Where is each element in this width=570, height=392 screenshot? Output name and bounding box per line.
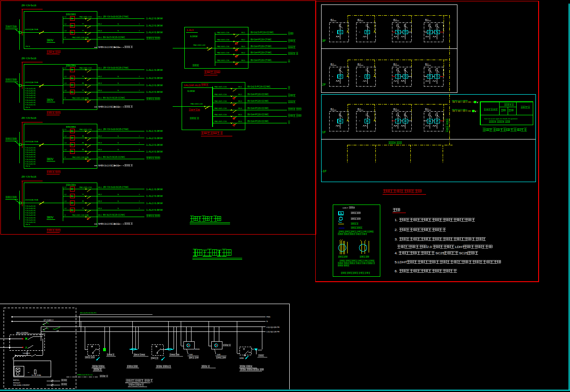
- svg-text:BV-3x2.5-SC15-CC/WC: BV-3x2.5-SC15-CC/WC: [103, 156, 125, 158]
- svg-text:PE N: PE N: [26, 45, 30, 48]
- svg-text:1AL(1AF-AL2): 1AL(1AF-AL2): [184, 84, 200, 87]
- svg-text:AL1: AL1: [425, 18, 429, 21]
- svg-text:L2: L2: [65, 135, 67, 137]
- svg-text:WL1: WL1: [98, 186, 102, 188]
- svg-text:PA2-63/2-L63: PA2-63/2-L63: [193, 44, 205, 46]
- svg-text:380V: 380V: [47, 39, 54, 42]
- svg-text:WL2: WL2: [238, 93, 242, 96]
- svg-text:ZR-YJV-5x16: ZR-YJV-5x16: [22, 4, 36, 7]
- svg-text:L4: L4: [65, 148, 67, 151]
- svg-text:WL6: WL6: [238, 120, 242, 122]
- svg-text:2F: 2F: [322, 83, 326, 87]
- svg-text:LDHT: LDHT: [455, 245, 464, 249]
- svg-text:U: U: [65, 214, 66, 216]
- svg-text:S: S: [117, 82, 119, 84]
- svg-text:BV-3x4-PC20-CC/WC: BV-3x4-PC20-CC/WC: [248, 100, 269, 102]
- svg-text:PA2-60/1-C16: PA2-60/1-C16: [217, 45, 230, 48]
- svg-text:1-AL1 6.0KW: 1-AL1 6.0KW: [146, 129, 163, 132]
- svg-text:6.: 6.: [395, 269, 398, 273]
- svg-text:WL2: WL2: [98, 193, 102, 196]
- svg-text:AL1: AL1: [357, 108, 361, 110]
- svg-text:6.0KW: 6.0KW: [190, 35, 198, 38]
- svg-text:~: ~: [359, 30, 360, 33]
- svg-text:~: ~: [28, 371, 30, 374]
- svg-text:400/5(3)A 250A: 400/5(3)A 250A: [25, 81, 38, 83]
- svg-text:N36 4kVA-CONVENT: N36 4kVA-CONVENT: [13, 384, 30, 386]
- svg-text:380V: 380V: [47, 157, 54, 161]
- svg-text:ZR-YJV-3x10-SC25-CT/WC: ZR-YJV-3x10-SC25-CT/WC: [103, 186, 129, 188]
- svg-text:PA2-63/1-C16: PA2-63/1-C16: [79, 186, 92, 188]
- svg-text:3F: 3F: [322, 39, 326, 43]
- svg-text:WL2: WL2: [98, 23, 102, 25]
- svg-text:U: U: [65, 97, 66, 99]
- svg-text:1-AL1 6.0KW: 1-AL1 6.0KW: [146, 68, 163, 71]
- svg-text:L4: L4: [65, 207, 67, 209]
- svg-text:BV-3x4-PC20-CC/WC: BV-3x4-PC20-CC/WC: [248, 120, 269, 122]
- svg-text:WL4: WL4: [98, 148, 102, 151]
- svg-text:PA2-60/1-C16: PA2-60/1-C16: [217, 52, 230, 54]
- svg-text:1-AL4 6.6KW: 1-AL4 6.6KW: [146, 150, 163, 153]
- svg-text:S: S: [117, 142, 119, 144]
- svg-text:PE N: PE N: [26, 165, 30, 167]
- svg-text:U: U: [65, 36, 66, 39]
- svg-text:1.: 1.: [395, 218, 398, 222]
- svg-text:1-AL4 6.6KW: 1-AL4 6.6KW: [146, 90, 163, 93]
- svg-text:BV14x25: BV14x25: [13, 382, 20, 384]
- svg-text:L1(L2)(L3)N PE: L1(L2)(L3)N PE: [266, 326, 280, 328]
- svg-text:L1: L1: [65, 186, 67, 188]
- svg-text:NHBV-2x1.0-SC15-CC: NHBV-2x1.0-SC15-CC: [98, 223, 119, 225]
- svg-text:WL1: WL1: [238, 86, 242, 88]
- svg-text:YJV-4x60-SC: YJV-4x60-SC: [25, 104, 36, 106]
- svg-text:ZR-YJV-3x10-SC25-CT/WC: ZR-YJV-3x10-SC25-CT/WC: [103, 67, 129, 69]
- svg-text:L3: L3: [65, 142, 67, 144]
- svg-text:Dz: Dz: [71, 188, 74, 190]
- svg-text:AL1: AL1: [425, 108, 429, 110]
- svg-text:PA2-63/2-C40 63A: PA2-63/2-C40 63A: [72, 97, 89, 99]
- svg-text:Dz: Dz: [71, 137, 74, 139]
- svg-text:WL3: WL3: [241, 45, 245, 48]
- svg-text:BV-3x4-PC20-CT/WC.: BV-3x4-PC20-CT/WC.: [251, 52, 272, 54]
- svg-text:BV-2x2.5-PC16-CC/WC.: BV-2x2.5-PC16-CC/WC.: [248, 86, 271, 88]
- svg-text:1-AL3 6.0KW: 1-AL3 6.0KW: [146, 143, 163, 146]
- svg-text:Dz: Dz: [71, 209, 74, 211]
- svg-text:BV-2x2.5-PC16-CC/WC.: BV-2x2.5-PC16-CC/WC.: [251, 31, 274, 34]
- svg-text:Dz: Dz: [71, 25, 74, 27]
- svg-text:400/5(3)A 250A: 400/5(3)A 250A: [25, 140, 38, 143]
- svg-text:S: S: [117, 200, 119, 202]
- svg-text:BV-3x4-PC20-CC/WC: BV-3x4-PC20-CC/WC: [248, 113, 269, 116]
- svg-text:WL2: WL2: [241, 39, 245, 41]
- svg-text:ZR-YJV-3x10-SC25-CT/WC: ZR-YJV-3x10-SC25-CT/WC: [103, 128, 129, 131]
- svg-text:Dz: Dz: [71, 130, 74, 132]
- svg-text:AL1: AL1: [425, 63, 429, 65]
- svg-text:1-AL1 6.0KW: 1-AL1 6.0KW: [146, 187, 163, 191]
- svg-text:PA2-63/1-C16: PA2-63/1-C16: [79, 128, 92, 131]
- svg-text:PA2-63/1-C16: PA2-63/1-C16: [79, 16, 92, 18]
- svg-text:WLC: WLC: [98, 214, 102, 216]
- svg-text:N: N: [266, 320, 268, 322]
- svg-text:WL4: WL4: [238, 107, 242, 109]
- svg-text:AL1: AL1: [393, 18, 397, 21]
- svg-text:SC25: SC25: [435, 251, 445, 255]
- svg-text:AL1: AL1: [393, 108, 397, 110]
- svg-text:AL1: AL1: [331, 18, 334, 21]
- svg-text:PA2-60/1-C16: PA2-60/1-C16: [217, 39, 230, 41]
- svg-text:400/5(3)A 250A: 400/5(3)A 250A: [25, 28, 38, 30]
- svg-text:S: S: [117, 148, 119, 151]
- svg-text:L2: L2: [65, 193, 67, 196]
- svg-text:Dz: Dz: [71, 150, 74, 152]
- svg-text:WRE: WRE: [239, 357, 244, 359]
- svg-text:SC25: SC25: [459, 251, 468, 255]
- svg-text:1-AL3 6.0KW: 1-AL3 6.0KW: [146, 24, 163, 27]
- svg-text:WL3: WL3: [98, 200, 102, 202]
- svg-text:WL3: WL3: [98, 82, 102, 84]
- svg-text:ZR-YJV-5x16: ZR-YJV-5x16: [22, 175, 36, 178]
- svg-text:1-AL2 6.0KW: 1-AL2 6.0KW: [146, 136, 163, 139]
- svg-text:PA2-63/2-C40 63A: PA2-63/2-C40 63A: [72, 214, 89, 216]
- svg-text:380V: 380V: [47, 98, 54, 101]
- svg-text:AL1: AL1: [357, 63, 361, 65]
- svg-text:PA2-60/1-C16: PA2-60/1-C16: [214, 86, 227, 88]
- svg-text:S: S: [117, 207, 119, 209]
- svg-text:S: S: [117, 30, 119, 32]
- svg-text:PA2-60/1-C16: PA2-60/1-C16: [217, 59, 230, 61]
- svg-text:Dz: Dz: [71, 195, 74, 197]
